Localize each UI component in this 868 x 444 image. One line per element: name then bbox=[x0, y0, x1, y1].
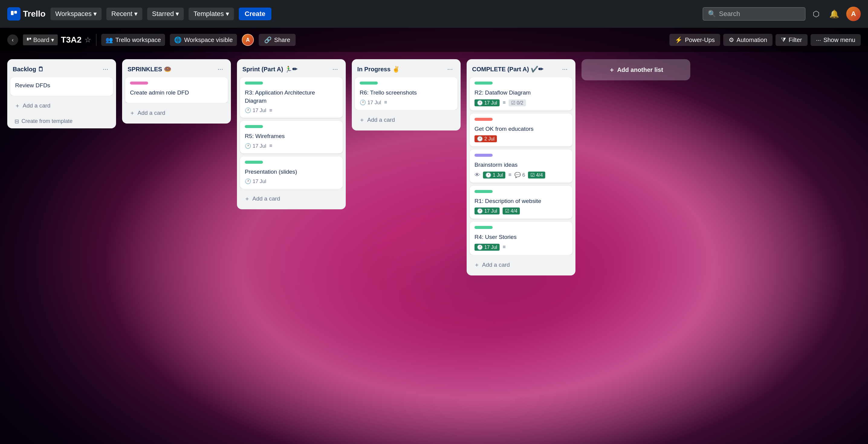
board-title-area: Board ▾ T3A2 ☆ bbox=[23, 34, 91, 45]
plus-icon: ＋ bbox=[359, 116, 365, 124]
card-meta: 🕐 17 Jul ≡ bbox=[360, 99, 453, 106]
list-backlog-menu-button[interactable]: ··· bbox=[100, 64, 111, 74]
card-title: Review DFDs bbox=[15, 82, 108, 90]
card-meta: 🕐 17 Jul bbox=[245, 178, 338, 185]
list-sprinkles-menu-button[interactable]: ··· bbox=[215, 64, 225, 74]
chevron-down-icon: ▾ bbox=[134, 10, 137, 18]
add-list-button[interactable]: ＋ Add another list bbox=[582, 59, 690, 80]
list-sprinkles-header: SPRINKLES 🍩 ··· bbox=[122, 59, 231, 77]
automation-icon: ⚙ bbox=[729, 36, 734, 43]
list-sprint-a: Sprint (Part A) 🏃‍♂️✏ ··· R3: Applicatio… bbox=[237, 59, 346, 209]
card-label-green bbox=[474, 226, 493, 229]
collapse-sidebar-button[interactable]: ‹ bbox=[7, 34, 18, 45]
starred-menu[interactable]: Starred ▾ bbox=[147, 7, 184, 20]
list-backlog: Backlog 🗒 ··· Review DFDs ✏ ＋ Add a card… bbox=[7, 59, 116, 128]
show-menu-button[interactable]: ··· Show menu bbox=[811, 34, 861, 46]
boardbar: ‹ Board ▾ T3A2 ☆ 👥 Trello workspace 🌐 Wo… bbox=[0, 28, 868, 52]
member-avatar[interactable]: A bbox=[242, 34, 254, 46]
card-r5-wireframes[interactable]: R5: Wireframes 🕐 17 Jul ≡ ✏ bbox=[240, 121, 343, 153]
card-meta: 🕐 17 Jul ≡ bbox=[245, 143, 338, 149]
search-box[interactable]: 🔍 Search bbox=[703, 7, 805, 21]
trello-logo-icon bbox=[7, 7, 21, 21]
recent-menu[interactable]: Recent ▾ bbox=[106, 7, 142, 20]
list-complete: COMPLETE (Part A) ✔️✏ ··· R2: Dataflow D… bbox=[467, 59, 576, 276]
card-meta: 👁 🕐 1 Jul ≡ 💬 6 ☑ 4/4 bbox=[474, 171, 567, 179]
power-ups-button[interactable]: ⚡ Power-Ups bbox=[670, 34, 720, 46]
add-card-backlog-button[interactable]: ＋ Add a card bbox=[10, 98, 113, 113]
card-meta: 🕐 17 Jul ≡ bbox=[474, 244, 567, 251]
list-complete-title: COMPLETE (Part A) ✔️✏ bbox=[472, 66, 557, 73]
list-progress-cards: R6: Trello screenshots 🕐 17 Jul ≡ ✏ bbox=[352, 77, 461, 110]
plus-icon: ＋ bbox=[609, 66, 615, 74]
list-progress-menu-button[interactable]: ··· bbox=[445, 64, 455, 74]
template-icon: ⊟ bbox=[14, 118, 19, 125]
card-date: 🕐 17 Jul bbox=[245, 107, 266, 114]
add-card-sprinkles-button[interactable]: ＋ Add a card bbox=[125, 105, 228, 121]
topbar: Trello Workspaces ▾ Recent ▾ Starred ▾ T… bbox=[0, 0, 868, 28]
card-presentation[interactable]: Presentation (slides) 🕐 17 Jul ✏ bbox=[240, 156, 343, 189]
star-button[interactable]: ☆ bbox=[85, 36, 91, 44]
open-in-new-icon[interactable]: ⬡ bbox=[810, 7, 822, 21]
list-progress-title: In Progress ✌ bbox=[357, 66, 442, 73]
card-r4-stories[interactable]: R4: User Stories 🕐 17 Jul ≡ ✏ bbox=[470, 222, 572, 255]
menu-icon: ··· bbox=[816, 36, 821, 43]
card-r2-dataflow[interactable]: R2: Dataflow Diagram 🕐 17 Jul ≡ ☑ 0/2 ✏ bbox=[470, 77, 572, 110]
share-icon: 🔗 bbox=[264, 36, 272, 43]
user-avatar[interactable]: A bbox=[846, 7, 861, 21]
card-description-icon: ≡ bbox=[269, 143, 272, 149]
workspaces-menu[interactable]: Workspaces ▾ bbox=[51, 7, 102, 20]
card-date: 🕐 17 Jul bbox=[245, 178, 266, 185]
board-type-label: Board ▾ bbox=[23, 34, 58, 45]
card-title: R1: Description of website bbox=[474, 197, 567, 205]
divider bbox=[96, 34, 96, 46]
list-sprint-menu-button[interactable]: ··· bbox=[330, 64, 340, 74]
card-meta: 🕐 17 Jul ☑ 4/4 bbox=[474, 208, 567, 215]
workspace-button[interactable]: 👥 Trello workspace bbox=[101, 34, 165, 46]
board-content: Backlog 🗒 ··· Review DFDs ✏ ＋ Add a card… bbox=[0, 52, 868, 444]
card-label-pink bbox=[130, 82, 148, 85]
card-comments: 💬 6 bbox=[515, 172, 525, 178]
list-backlog-title: Backlog 🗒 bbox=[13, 66, 98, 73]
add-card-sprint-button[interactable]: ＋ Add a card bbox=[240, 191, 343, 206]
card-r6-trello[interactable]: R6: Trello screenshots 🕐 17 Jul ≡ ✏ bbox=[355, 77, 458, 110]
card-description-icon: ≡ bbox=[503, 244, 506, 250]
create-button[interactable]: Create bbox=[239, 7, 271, 20]
filter-icon: ⧩ bbox=[781, 36, 786, 43]
list-progress-header: In Progress ✌ ··· bbox=[352, 59, 461, 77]
list-complete-menu-button[interactable]: ··· bbox=[560, 64, 570, 74]
card-create-admin[interactable]: Create admin role DFD ✏ bbox=[125, 77, 228, 103]
card-label-green bbox=[360, 82, 378, 85]
board-name: T3A2 bbox=[61, 35, 81, 45]
list-sprint-cards: R3: Application Architecture Diagram 🕐 1… bbox=[237, 77, 346, 189]
filter-button[interactable]: ⧩ Filter bbox=[776, 34, 807, 46]
card-r1-description[interactable]: R1: Description of website 🕐 17 Jul ☑ 4/… bbox=[470, 186, 572, 219]
chevron-down-icon: ▾ bbox=[93, 10, 97, 18]
svg-rect-3 bbox=[29, 38, 31, 39]
card-get-ok[interactable]: Get OK from educators 🕐 2 Jul ✏ bbox=[470, 114, 572, 147]
card-description-icon: ≡ bbox=[508, 172, 512, 178]
automation-button[interactable]: ⚙ Automation bbox=[723, 34, 773, 46]
share-button[interactable]: 🔗 Share bbox=[259, 34, 296, 46]
card-label-purple bbox=[474, 154, 493, 157]
add-card-progress-button[interactable]: ＋ Add a card bbox=[355, 113, 458, 127]
list-sprinkles: SPRINKLES 🍩 ··· Create admin role DFD ✏ … bbox=[122, 59, 231, 124]
card-label-green bbox=[245, 82, 263, 85]
list-backlog-cards: Review DFDs ✏ bbox=[7, 77, 116, 96]
globe-icon: 🌐 bbox=[174, 36, 182, 43]
templates-menu[interactable]: Templates ▾ bbox=[189, 7, 234, 20]
visibility-button[interactable]: 🌐 Workspace visible bbox=[170, 34, 237, 46]
trello-wordmark: Trello bbox=[23, 9, 45, 19]
card-review-dfds[interactable]: Review DFDs ✏ bbox=[10, 77, 113, 96]
add-card-complete-button[interactable]: ＋ Add a card bbox=[470, 257, 572, 273]
workspace-icon: 👥 bbox=[105, 36, 113, 43]
create-from-template-button[interactable]: ⊟ Create from template bbox=[10, 116, 113, 128]
right-tools: ⚡ Power-Ups ⚙ Automation ⧩ Filter ··· Sh… bbox=[670, 34, 861, 46]
card-r3-arch[interactable]: R3: Application Architecture Diagram 🕐 1… bbox=[240, 77, 343, 118]
notifications-icon[interactable]: 🔔 bbox=[827, 7, 841, 21]
card-date-badge-overdue: 🕐 2 Jul bbox=[474, 135, 497, 142]
list-sprinkles-title: SPRINKLES 🍩 bbox=[128, 66, 213, 73]
card-brainstorm[interactable]: Brainstorm ideas 👁 🕐 1 Jul ≡ 💬 6 ☑ 4/4 ✏ bbox=[470, 150, 572, 183]
card-title: Presentation (slides) bbox=[245, 168, 338, 176]
card-title: R4: User Stories bbox=[474, 233, 567, 241]
svg-rect-2 bbox=[27, 38, 29, 40]
